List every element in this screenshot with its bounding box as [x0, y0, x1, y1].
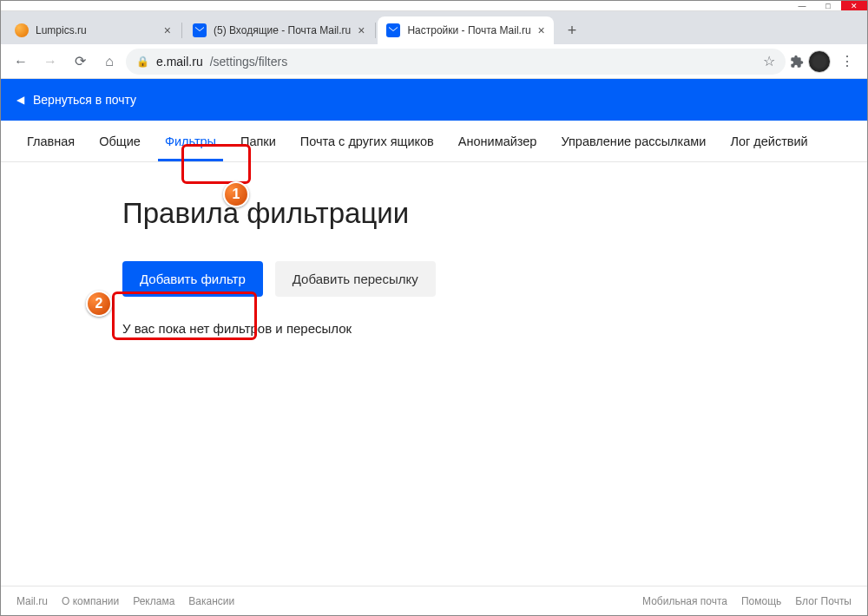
- extensions-icon[interactable]: [789, 54, 805, 69]
- nav-back-button[interactable]: ←: [8, 49, 34, 75]
- footer-link-ads[interactable]: Реклама: [133, 595, 174, 607]
- nav-forward-button[interactable]: →: [37, 49, 63, 75]
- back-arrow-icon: ◀: [16, 94, 24, 106]
- window-titlebar: — □ ✕: [1, 1, 867, 11]
- footer-link-about[interactable]: О компании: [62, 595, 119, 607]
- tab-title: Lumpics.ru: [36, 24, 157, 36]
- new-tab-button[interactable]: +: [561, 18, 584, 43]
- tab-other-mailboxes[interactable]: Почта с других ящиков: [288, 121, 446, 161]
- annotation-step-2-badge: 2: [86, 291, 112, 317]
- browser-tab-lumpics[interactable]: Lumpics.ru ×: [6, 16, 180, 44]
- tab-close-icon[interactable]: ×: [164, 23, 171, 37]
- annotation-step-1-badge: 1: [223, 181, 249, 207]
- browser-tab-inbox[interactable]: (5) Входящие - Почта Mail.ru ×: [184, 16, 373, 44]
- nav-reload-button[interactable]: ⟳: [67, 49, 93, 75]
- tab-action-log[interactable]: Лог действий: [718, 121, 819, 161]
- favicon-mail-icon: [386, 23, 400, 37]
- browser-menu-button[interactable]: ⋮: [834, 53, 860, 69]
- window-minimize-button[interactable]: —: [789, 1, 815, 10]
- bookmark-star-icon[interactable]: ☆: [763, 53, 775, 69]
- profile-avatar[interactable]: [808, 50, 831, 73]
- tab-filters[interactable]: Фильтры: [153, 121, 228, 161]
- footer-link-careers[interactable]: Вакансии: [188, 595, 234, 607]
- tab-title: (5) Входящие - Почта Mail.ru: [214, 24, 351, 36]
- browser-tab-settings[interactable]: Настройки - Почта Mail.ru ×: [378, 16, 553, 44]
- add-filter-button[interactable]: Добавить фильтр: [122, 261, 263, 297]
- browser-address-bar: ← → ⟳ ⌂ 🔒 e.mail.ru/settings/filters ☆ ⋮: [1, 44, 867, 79]
- empty-filters-message: У вас пока нет фильтров и пересылок: [122, 321, 867, 336]
- footer-link-mailru[interactable]: Mail.ru: [16, 595, 48, 607]
- tab-anonymizer[interactable]: Анонимайзер: [446, 121, 549, 161]
- footer-link-mobile[interactable]: Мобильная почта: [642, 595, 727, 607]
- tab-subscriptions[interactable]: Управление рассылками: [549, 121, 718, 161]
- tab-general[interactable]: Общие: [87, 121, 153, 161]
- settings-tab-bar: Главная Общие Фильтры Папки Почта с друг…: [1, 121, 867, 162]
- tab-close-icon[interactable]: ×: [538, 23, 545, 37]
- favicon-lumpics-icon: [15, 23, 29, 37]
- add-forward-button[interactable]: Добавить пересылку: [275, 261, 436, 297]
- favicon-mail-icon: [193, 23, 207, 37]
- window-close-button[interactable]: ✕: [841, 1, 867, 10]
- tab-main[interactable]: Главная: [15, 121, 87, 161]
- nav-home-button[interactable]: ⌂: [96, 49, 122, 75]
- tab-close-icon[interactable]: ×: [358, 23, 365, 37]
- return-to-mail-label: Вернуться в почту: [33, 93, 136, 107]
- footer-link-blog[interactable]: Блог Почты: [795, 595, 852, 607]
- page-footer: Mail.ru О компании Реклама Вакансии Моби…: [1, 586, 867, 615]
- lock-icon: 🔒: [136, 56, 149, 68]
- url-host: e.mail.ru: [156, 55, 203, 69]
- button-row: Добавить фильтр Добавить пересылку: [122, 261, 867, 297]
- browser-tab-strip: Lumpics.ru × (5) Входящие - Почта Mail.r…: [1, 11, 867, 44]
- window-maximize-button[interactable]: □: [815, 1, 841, 10]
- tab-title: Настройки - Почта Mail.ru: [407, 24, 530, 36]
- return-to-mail-bar[interactable]: ◀ Вернуться в почту: [1, 79, 867, 121]
- url-path: /settings/filters: [210, 55, 287, 69]
- main-content: Правила фильтрации Добавить фильтр Добав…: [1, 162, 867, 336]
- tab-folders[interactable]: Папки: [228, 121, 288, 161]
- footer-link-help[interactable]: Помощь: [741, 595, 781, 607]
- url-input[interactable]: 🔒 e.mail.ru/settings/filters ☆: [126, 49, 786, 75]
